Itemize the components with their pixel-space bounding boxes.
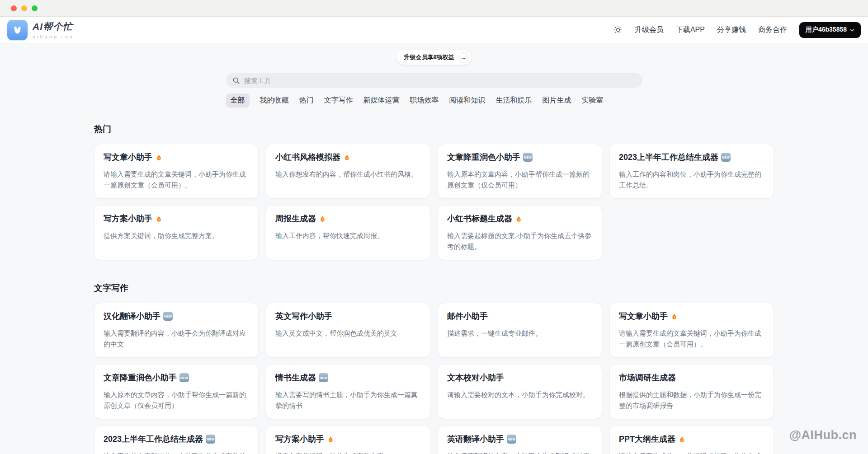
- category-tabs: 全部我的收藏热门文字写作新媒体运营职场效率阅读和知识生活和娱乐图片生成实验室: [226, 94, 642, 107]
- tab-7[interactable]: 生活和娱乐: [496, 96, 532, 105]
- tool-card-title: 汉化翻译小助手: [104, 311, 160, 322]
- tab-4[interactable]: 新媒体运营: [363, 96, 400, 105]
- card-grid: 写文章小助手请输入需要生成的文章关键词，小助手为你生成一篇原创文章（会员可用）。…: [94, 144, 774, 260]
- tool-card-title-row: 小红书标题生成器: [447, 213, 593, 224]
- tool-card[interactable]: 2023上半年工作总结生成器NEW输入工作的内容和岗位，小助手为你生成完整的工作…: [94, 426, 259, 454]
- tool-card[interactable]: 市场调研生成器根据提供的主题和数据，小助手为你生成一份完整的市场调研报告: [609, 364, 774, 419]
- tool-card-title: 文本校对小助手: [447, 372, 504, 383]
- fire-icon: [318, 215, 327, 223]
- tool-card-desc: 输入需要写的情书主题，小助手为你生成一篇真挚的情书: [275, 389, 421, 411]
- section-heading: 文字写作: [94, 282, 774, 294]
- tool-card-title-row: 小红书风格模拟器: [275, 152, 421, 163]
- tool-card[interactable]: 写方案小助手提供方案关键词，助你生成完整方案。: [94, 205, 259, 260]
- new-badge: NEW: [163, 312, 173, 321]
- tab-9[interactable]: 实验室: [582, 96, 604, 105]
- chevron-down-icon: [850, 28, 854, 32]
- tool-card-title-row: 英文写作小助手: [275, 311, 421, 322]
- tool-card-title-row: 2023上半年工作总结生成器NEW: [104, 434, 249, 445]
- tool-card-desc: 输入原本的文章内容，小助手帮你生成一篇新的原创文章（仅会员可用）: [104, 389, 249, 411]
- user-account-button[interactable]: 用户46b35858: [799, 22, 861, 38]
- tool-card-title-row: PPT大纲生成器: [619, 434, 764, 445]
- nav-upgrade-membership[interactable]: 升级会员: [635, 25, 664, 35]
- maximize-window-button[interactable]: [32, 5, 38, 11]
- new-badge: NEW: [523, 153, 533, 162]
- tool-card-title-row: 写文章小助手: [619, 311, 764, 322]
- fire-icon: [326, 435, 335, 444]
- tool-card[interactable]: 文章降重润色小助手NEW输入原本的文章内容，小助手帮你生成一篇新的原创文章（仅会…: [94, 364, 259, 419]
- tool-card-desc: 输入你想发布的内容，帮你生成小红书的风格。: [275, 169, 421, 180]
- tool-card-title: 写文章小助手: [619, 311, 668, 322]
- fire-icon: [514, 215, 523, 223]
- tab-8[interactable]: 图片生成: [542, 96, 571, 105]
- tool-card-title: 小红书标题生成器: [447, 213, 512, 224]
- tool-card[interactable]: 邮件小助手描述需求，一键生成专业邮件。: [438, 303, 602, 358]
- card-grid: 汉化翻译小助手NEW输入需要翻译的内容，小助手会为你翻译成对应的中文英文写作小助…: [94, 303, 774, 454]
- upgrade-benefits-pill[interactable]: 升级会员享8项权益 →: [396, 50, 471, 65]
- fire-icon: [678, 435, 686, 444]
- tool-card-title-row: 情书生成器NEW: [275, 372, 421, 383]
- nav-share-earn[interactable]: 分享赚钱: [717, 25, 746, 35]
- tool-card[interactable]: 小红书风格模拟器输入你想发布的内容，帮你生成小红书的风格。: [266, 144, 430, 199]
- tool-card-desc: 输入英文或中文，帮你润色成优美的英文: [275, 328, 421, 339]
- tool-card-title-row: 写方案小助手: [275, 434, 421, 445]
- nav-download-app[interactable]: 下载APP: [676, 25, 705, 35]
- tool-card[interactable]: 写方案小助手提供方案关键词，助你生成完整方案。: [266, 426, 430, 454]
- site-logo[interactable]: AI帮个忙 aibang.run: [7, 20, 74, 40]
- fire-icon: [343, 153, 351, 162]
- tool-card[interactable]: 英文写作小助手输入英文或中文，帮你润色成优美的英文: [266, 303, 430, 358]
- logo-subtitle: aibang.run: [33, 34, 74, 39]
- tool-card-title: 写方案小助手: [275, 434, 324, 445]
- tool-card-title-row: 邮件小助手: [447, 311, 593, 322]
- watermark: @AIHub.cn: [789, 428, 857, 442]
- arrow-right-icon: →: [458, 52, 469, 63]
- tool-card-title: 文章降重润色小助手: [104, 372, 177, 383]
- fire-icon: [670, 312, 679, 321]
- close-window-button[interactable]: [11, 5, 17, 11]
- tool-card-desc: 输入需要翻译的内容，小助手会为你翻译成对应的英文: [447, 451, 593, 454]
- tool-card-title: PPT大纲生成器: [619, 434, 675, 445]
- tool-card[interactable]: 文本校对小助手请输入需要校对的文本，小助手为你完成校对。: [438, 364, 602, 419]
- tool-card[interactable]: 情书生成器NEW输入需要写的情书主题，小助手为你生成一篇真挚的情书: [266, 364, 430, 419]
- tool-card-desc: 输入原本的文章内容，小助手帮你生成一篇新的原创文章（仅会员可用）: [447, 169, 593, 191]
- tool-card-title: 周报生成器: [275, 213, 316, 224]
- search-icon: [232, 77, 240, 84]
- search-input[interactable]: [244, 77, 636, 84]
- logo-title: AI帮个忙: [33, 20, 74, 33]
- tab-0[interactable]: 全部: [226, 94, 250, 108]
- nav-business-cooperation[interactable]: 商务合作: [758, 25, 787, 35]
- section-1: 文字写作汉化翻译小助手NEW输入需要翻译的内容，小助手会为你翻译成对应的中文英文…: [94, 282, 774, 454]
- tool-card-title-row: 市场调研生成器: [619, 372, 764, 383]
- tool-card-desc: 提供方案关键词，助你生成完整方案。: [275, 451, 421, 454]
- tab-5[interactable]: 职场效率: [410, 96, 439, 105]
- tool-card-title-row: 文章降重润色小助手NEW: [447, 152, 593, 163]
- tool-card-desc: 描述需求，一键生成专业邮件。: [447, 328, 593, 339]
- tool-card[interactable]: 周报生成器输入工作内容，帮你快速完成周报。: [266, 205, 430, 260]
- praying-hands-logo-icon: [7, 20, 28, 40]
- tool-card-desc: 输入工作的内容和岗位，小助手为你生成完整的工作总结。: [619, 169, 764, 191]
- tool-card-title-row: 文章降重润色小助手NEW: [104, 372, 249, 383]
- tab-6[interactable]: 阅读和知识: [449, 96, 486, 105]
- tool-card[interactable]: 英语翻译小助手NEW输入需要翻译的内容，小助手会为你翻译成对应的英文: [438, 426, 602, 454]
- tool-card[interactable]: 写文章小助手请输入需要生成的文章关键词，小助手为你生成一篇原创文章（会员可用）。: [609, 303, 774, 358]
- tool-card[interactable]: PPT大纲生成器请输入需要生成的PPT关键词或标题，为你生成一份完整的PPT大纲: [609, 426, 774, 454]
- search-bar: [226, 73, 642, 88]
- section-0: 热门写文章小助手请输入需要生成的文章关键词，小助手为你生成一篇原创文章（会员可用…: [94, 123, 774, 260]
- tab-1[interactable]: 我的收藏: [260, 96, 289, 105]
- tool-card[interactable]: 小红书标题生成器输入需要起标题的文案,小助手为你生成五个供参考的标题。: [438, 205, 602, 260]
- tab-3[interactable]: 文字写作: [324, 96, 353, 105]
- tool-card-desc: 输入需要起标题的文案,小助手为你生成五个供参考的标题。: [447, 230, 593, 252]
- window-titlebar: [0, 0, 868, 17]
- theme-toggle-sun-icon[interactable]: [613, 25, 623, 34]
- minimize-window-button[interactable]: [21, 5, 27, 11]
- sections: 热门写文章小助手请输入需要生成的文章关键词，小助手为你生成一篇原创文章（会员可用…: [94, 123, 774, 454]
- header-nav: 升级会员 下载APP 分享赚钱 商务合作 用户46b35858: [613, 22, 861, 38]
- tool-card[interactable]: 2023上半年工作总结生成器NEW输入工作的内容和岗位，小助手为你生成完整的工作…: [609, 144, 774, 199]
- tab-2[interactable]: 热门: [299, 96, 314, 105]
- tool-card[interactable]: 文章降重润色小助手NEW输入原本的文章内容，小助手帮你生成一篇新的原创文章（仅会…: [438, 144, 602, 199]
- tool-card[interactable]: 汉化翻译小助手NEW输入需要翻译的内容，小助手会为你翻译成对应的中文: [94, 303, 259, 358]
- tool-card-title: 邮件小助手: [447, 311, 488, 322]
- tool-card-title: 英语翻译小助手: [447, 434, 504, 445]
- tool-card[interactable]: 写文章小助手请输入需要生成的文章关键词，小助手为你生成一篇原创文章（会员可用）。: [94, 144, 259, 199]
- section-heading: 热门: [94, 123, 774, 135]
- tool-card-desc: 输入工作的内容和岗位，小助手为你生成完整的工作总结: [104, 451, 249, 454]
